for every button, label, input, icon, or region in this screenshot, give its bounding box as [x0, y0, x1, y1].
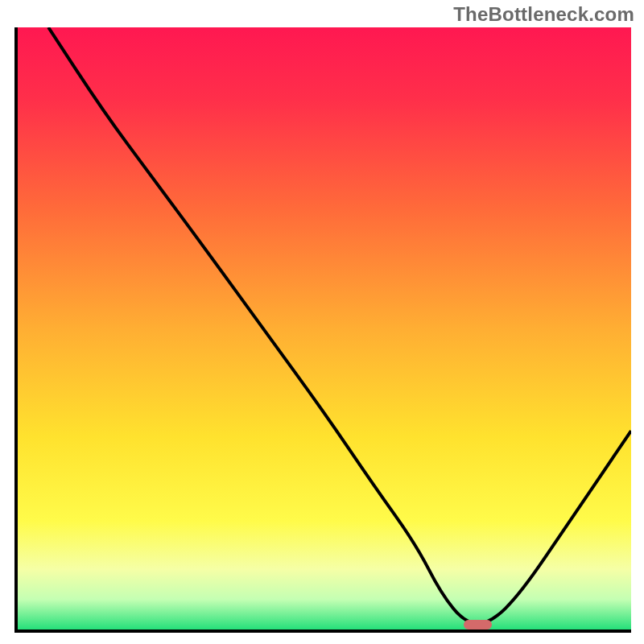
bottleneck-curve — [48, 27, 631, 624]
chart-curve-layer — [18, 27, 631, 630]
chart-plot-area — [14, 27, 631, 633]
bottleneck-marker — [464, 620, 491, 630]
watermark-text: TheBottleneck.com — [453, 3, 634, 26]
